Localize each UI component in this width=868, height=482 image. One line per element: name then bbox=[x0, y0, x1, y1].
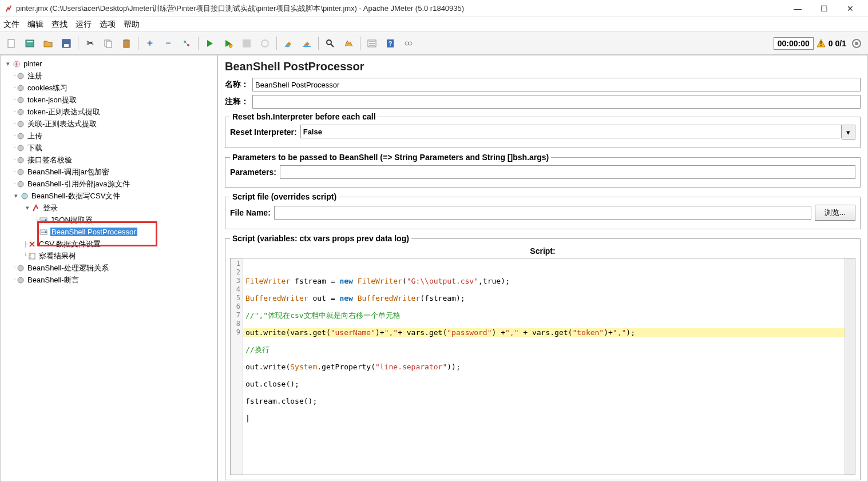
app-icon bbox=[5, 5, 13, 13]
paste-icon[interactable] bbox=[118, 35, 134, 51]
main-area: ▾ pinter └注册 └cookies练习 └token-json提取 └t… bbox=[0, 55, 868, 482]
reset-search-icon[interactable] bbox=[340, 35, 356, 51]
menu-run[interactable]: 运行 bbox=[76, 19, 92, 30]
cut-icon[interactable]: ✂ bbox=[82, 35, 98, 51]
tree-item-login[interactable]: ▾登录 bbox=[1, 202, 217, 214]
menubar: 文件 编辑 查找 运行 选项 帮助 bbox=[0, 17, 868, 32]
test-plan-tree[interactable]: ▾ pinter └注册 └cookies练习 └token-json提取 └t… bbox=[0, 55, 217, 482]
expand-icon[interactable]: ＋ bbox=[142, 35, 158, 51]
tree-label: JSON提取器 bbox=[50, 215, 93, 225]
tree-label: BeanShell-调用jar包加密 bbox=[27, 167, 109, 177]
tree-item[interactable]: └上传 bbox=[1, 130, 217, 142]
start-no-timers-icon[interactable] bbox=[220, 35, 236, 51]
svg-point-32 bbox=[18, 85, 23, 91]
maximize-button[interactable]: ☐ bbox=[811, 0, 837, 17]
tree-item-view-results[interactable]: └察看结果树 bbox=[1, 250, 217, 262]
svg-point-25 bbox=[405, 42, 409, 45]
svg-point-46 bbox=[30, 257, 31, 258]
minimize-button[interactable]: — bbox=[784, 0, 811, 17]
tree-root[interactable]: ▾ pinter bbox=[1, 58, 217, 70]
tree-item-csv-config[interactable]: ├CSV 数据文件设置 bbox=[1, 238, 217, 250]
tree-item[interactable]: └关联-正则表达式提取 bbox=[1, 118, 217, 130]
svg-rect-44 bbox=[29, 253, 35, 259]
parameters-input[interactable] bbox=[280, 165, 855, 179]
parameters-legend: Parameters to be passed to BeanShell (=>… bbox=[230, 153, 551, 162]
tree-item[interactable]: └BeanShell-引用外部java源文件 bbox=[1, 178, 217, 190]
tree-label: 登录 bbox=[43, 203, 58, 213]
toggle-icon[interactable] bbox=[179, 35, 195, 51]
parameters-label: Parameters: bbox=[230, 168, 276, 177]
browse-button[interactable]: 浏览... bbox=[815, 205, 855, 221]
tree-label: BeanShell-数据写CSV文件 bbox=[31, 191, 120, 201]
toolbar-separator bbox=[276, 37, 277, 50]
svg-point-48 bbox=[18, 277, 23, 283]
comment-input[interactable] bbox=[252, 95, 861, 109]
tree-item[interactable]: └BeanShell-断言 bbox=[1, 274, 217, 286]
menu-edit[interactable]: 编辑 bbox=[27, 19, 43, 30]
svg-point-31 bbox=[18, 73, 23, 79]
clear-icon[interactable] bbox=[280, 35, 296, 51]
copy-icon[interactable] bbox=[100, 35, 116, 51]
reset-value[interactable] bbox=[300, 125, 842, 138]
name-input[interactable] bbox=[252, 78, 861, 91]
shutdown-icon[interactable] bbox=[257, 35, 273, 51]
comment-label: 注释： bbox=[225, 97, 249, 107]
start-icon[interactable] bbox=[202, 35, 218, 51]
warning-icon: ! bbox=[816, 38, 826, 49]
tree-item[interactable]: └token-正则表达式提取 bbox=[1, 106, 217, 118]
svg-rect-16 bbox=[303, 46, 311, 47]
menu-search[interactable]: 查找 bbox=[51, 19, 68, 30]
tree-item[interactable]: └注册 bbox=[1, 70, 217, 82]
help-icon[interactable]: ? bbox=[382, 35, 398, 51]
save-icon[interactable] bbox=[58, 35, 74, 51]
svg-point-41 bbox=[22, 193, 27, 199]
line-gutter: 123456789 bbox=[231, 258, 243, 475]
tree-label: 关联-正则表达式提取 bbox=[27, 119, 97, 129]
tree-item-json-extractor[interactable]: ├JSON提取器 bbox=[1, 214, 217, 226]
new-icon[interactable] bbox=[3, 35, 19, 51]
menu-help[interactable]: 帮助 bbox=[124, 19, 140, 30]
scriptfile-legend: Script file (overrides script) bbox=[230, 192, 339, 201]
svg-line-18 bbox=[331, 44, 334, 47]
clear-all-icon[interactable] bbox=[299, 35, 315, 51]
tree-item-beanshell-pp[interactable]: └BeanShell PostProcessor bbox=[1, 226, 217, 238]
tree-item[interactable]: └token-json提取 bbox=[1, 94, 217, 106]
toolbar-separator bbox=[360, 37, 360, 50]
tree-item[interactable]: └下载 bbox=[1, 142, 217, 154]
tree-item-expanded[interactable]: ▾BeanShell-数据写CSV文件 bbox=[1, 190, 217, 202]
tree-label: 察看结果树 bbox=[39, 251, 76, 261]
run-status-icon bbox=[849, 35, 865, 51]
svg-point-35 bbox=[18, 121, 23, 127]
dev-icon[interactable] bbox=[401, 35, 417, 51]
tree-label: CSV 数据文件设置 bbox=[39, 239, 101, 249]
tree-item[interactable]: └接口签名校验 bbox=[1, 154, 217, 166]
chevron-down-icon[interactable]: ▾ bbox=[842, 125, 855, 140]
stop-icon[interactable] bbox=[239, 35, 255, 51]
open-icon[interactable] bbox=[40, 35, 56, 51]
templates-icon[interactable] bbox=[22, 35, 38, 51]
vertical-scrollbar[interactable] bbox=[845, 258, 855, 475]
tree-item[interactable]: └BeanShell-调用jar包加密 bbox=[1, 166, 217, 178]
collapse-icon[interactable]: － bbox=[160, 35, 176, 51]
svg-rect-6 bbox=[106, 41, 112, 47]
menu-options[interactable]: 选项 bbox=[100, 19, 116, 30]
svg-rect-13 bbox=[243, 39, 251, 47]
function-helper-icon[interactable] bbox=[364, 35, 380, 51]
warning-indicator[interactable]: ! 0 bbox=[816, 38, 833, 49]
code-content[interactable]: FileWriter fstream = new FileWriter("G:\… bbox=[243, 258, 845, 475]
window-title: pinter.jmx (C:\Users\acer\Desktop\Jmeter… bbox=[16, 3, 784, 14]
script-header: Script: bbox=[230, 246, 855, 256]
svg-point-39 bbox=[18, 169, 23, 175]
tree-item[interactable]: └BeanShell-处理逻辑关系 bbox=[1, 262, 217, 274]
svg-point-29 bbox=[855, 42, 858, 45]
menu-file[interactable]: 文件 bbox=[3, 19, 19, 30]
search-icon[interactable] bbox=[322, 35, 338, 51]
close-button[interactable]: ✕ bbox=[837, 0, 863, 17]
filename-input[interactable] bbox=[274, 206, 811, 220]
window-titlebar: pinter.jmx (C:\Users\acer\Desktop\Jmeter… bbox=[0, 0, 868, 17]
reset-combo[interactable]: ▾ bbox=[300, 125, 855, 140]
script-editor[interactable]: 123456789 FileWriter fstream = new FileW… bbox=[230, 258, 855, 475]
svg-point-33 bbox=[18, 97, 23, 103]
tree-label: 上传 bbox=[27, 131, 42, 141]
tree-item[interactable]: └cookies练习 bbox=[1, 82, 217, 94]
